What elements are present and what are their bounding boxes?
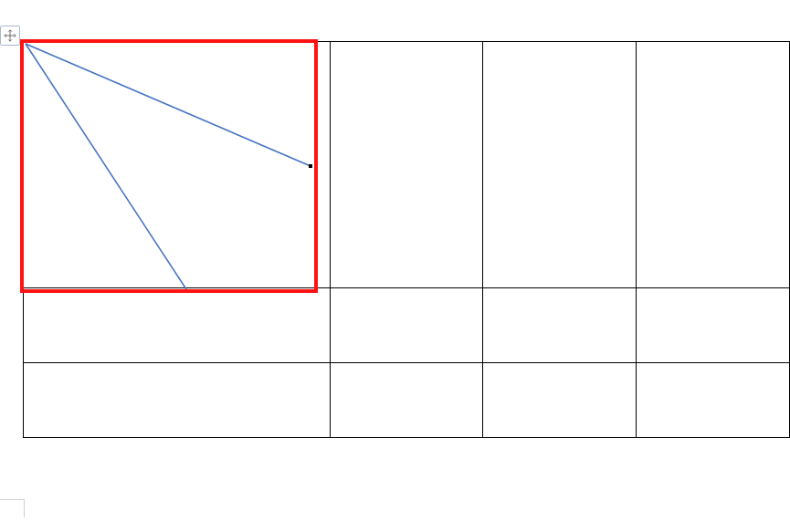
table-cell[interactable] [637,42,790,288]
line-endpoint-marker[interactable] [309,164,312,168]
move-icon [4,29,16,42]
table-cell[interactable] [24,42,331,288]
table-row [24,288,790,363]
table-cell[interactable] [637,288,790,363]
table-move-handle[interactable] [0,26,20,46]
table-cell[interactable] [483,288,637,363]
table-cell[interactable] [483,363,637,438]
table-cell[interactable] [330,363,483,438]
table-row [24,363,790,438]
table-cell[interactable] [330,42,483,288]
ruler-stub [0,499,25,517]
table-row [24,42,790,288]
table-cell[interactable] [330,288,483,363]
document-table[interactable] [23,41,790,438]
table-container [23,41,790,452]
table-cell[interactable] [24,288,331,363]
table-cell[interactable] [24,363,331,438]
table-cell[interactable] [483,42,637,288]
table-cell[interactable] [637,363,790,438]
